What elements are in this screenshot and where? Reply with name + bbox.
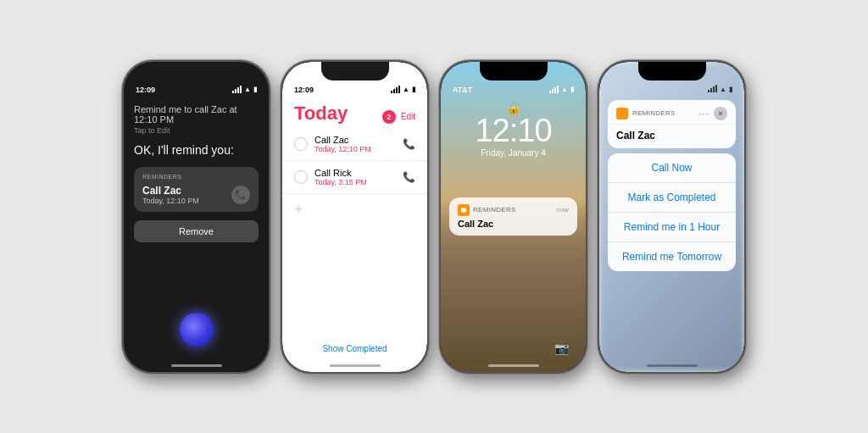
battery-icon: ▮ xyxy=(412,86,415,93)
lock-notif-app-label: REMINDERS xyxy=(473,206,553,214)
actions-notif-right: ··· × xyxy=(698,107,727,120)
reminder-info-0: Call Zac Today, 12:10 PM xyxy=(314,135,403,153)
signal-bar-4 xyxy=(557,86,559,93)
reminder-name-0: Call Zac xyxy=(314,135,403,145)
wifi-icon: ▲ xyxy=(403,86,409,93)
signal-bar-2 xyxy=(393,89,395,93)
siri-card-header: REMINDERS xyxy=(142,174,250,180)
signal-icon xyxy=(232,86,242,93)
actions-status-icons: ▲ ▮ xyxy=(708,86,732,93)
show-completed-button[interactable]: Show Completed xyxy=(322,344,387,353)
signal-bar-3 xyxy=(554,87,556,93)
lock-padlock-icon: 🔓 xyxy=(441,97,586,114)
reminders-title-row: Today 2 Edit xyxy=(294,103,415,125)
reminders-badge-edit: 2 Edit xyxy=(382,110,415,124)
siri-time: 12:09 xyxy=(136,86,155,94)
reminder-time-1: Today, 3:15 PM xyxy=(314,178,403,186)
actions-notification-card: REMINDERS ··· × Call Zac xyxy=(608,100,736,148)
reminders-add-button[interactable]: + xyxy=(282,194,427,225)
reminder-call-0[interactable]: 📞 xyxy=(403,138,415,150)
reminders-status-icons: ▲ ▮ xyxy=(391,86,415,93)
siri-response: OK, I'll remind you: xyxy=(134,143,259,157)
signal-bar-4 xyxy=(398,86,400,93)
actions-notif-header: REMINDERS ··· × xyxy=(608,100,736,125)
signal-bar-4 xyxy=(715,85,717,92)
reminders-time: 12:09 xyxy=(294,86,314,94)
siri-card-item: Call Zac Today, 12:10 PM 📞 xyxy=(142,185,250,205)
actions-close-button[interactable]: × xyxy=(714,107,727,120)
phone-actions: ▲ ▮ REMINDERS ··· × Call Zac xyxy=(598,60,746,374)
action-call-now[interactable]: Call Now xyxy=(608,153,736,183)
signal-icon xyxy=(391,86,400,93)
power-button xyxy=(586,130,587,172)
reminder-call-1[interactable]: 📞 xyxy=(403,171,415,183)
reminders-badge: 2 xyxy=(382,110,396,124)
signal-bar-3 xyxy=(237,87,239,93)
action-mark-completed[interactable]: Mark as Completed xyxy=(608,183,736,213)
notch xyxy=(480,62,548,80)
siri-status-icons: ▲ ▮ xyxy=(232,86,257,93)
lock-notif-title: Call Zac xyxy=(458,219,569,229)
wifi-icon: ▲ xyxy=(244,86,251,93)
reminder-circle-1[interactable] xyxy=(294,170,308,184)
notch xyxy=(163,62,231,80)
actions-notif-app-label: REMINDERS xyxy=(632,109,698,117)
phone-lock: AT&T ▲ ▮ 🔓 12:10 Friday, January 4 xyxy=(439,60,587,374)
action-remind-1hour[interactable]: Remind me in 1 Hour xyxy=(608,213,736,242)
home-indicator xyxy=(330,364,381,367)
battery-icon: ▮ xyxy=(570,86,574,93)
actions-notif-title: Call Zac xyxy=(608,125,736,148)
phone-reminders: 12:09 ▲ ▮ Today xyxy=(281,60,429,374)
reminder-item-0: Call Zac Today, 12:10 PM 📞 xyxy=(282,128,427,161)
power-button xyxy=(269,130,270,172)
signal-bar-2 xyxy=(235,89,236,93)
reminders-edit-button[interactable]: Edit xyxy=(401,112,415,121)
siri-orb xyxy=(180,313,214,347)
reminders-app-icon xyxy=(458,204,470,216)
reminders-app-title: Today xyxy=(294,103,348,125)
actions-notif-app-icon xyxy=(616,108,628,119)
home-indicator xyxy=(171,364,222,367)
home-indicator xyxy=(647,364,698,367)
lock-date: Friday, January 4 xyxy=(441,148,586,158)
reminder-info-1: Call Rick Today, 3:15 PM xyxy=(314,168,403,186)
siri-reminder-time: Today, 12:10 PM xyxy=(142,197,199,205)
reminder-time-0: Today, 12:10 PM xyxy=(314,145,403,153)
siri-query: Remind me to call Zac at 12:10 PM xyxy=(134,104,259,125)
wifi-icon: ▲ xyxy=(720,86,726,93)
actions-list: Call Now Mark as Completed Remind me in … xyxy=(608,153,736,271)
actions-screen: ▲ ▮ REMINDERS ··· × Call Zac xyxy=(599,62,744,372)
actions-notif-more-icon[interactable]: ··· xyxy=(698,108,709,119)
home-indicator xyxy=(488,364,539,367)
reminder-name-1: Call Rick xyxy=(314,168,403,178)
power-button xyxy=(744,130,746,172)
siri-orb-circle xyxy=(180,313,214,347)
reminders-footer: Show Completed xyxy=(282,340,427,355)
camera-icon[interactable]: 📷 xyxy=(554,341,569,355)
reminder-circle-0[interactable] xyxy=(294,137,308,151)
lock-screen: AT&T ▲ ▮ 🔓 12:10 Friday, January 4 xyxy=(441,62,586,372)
siri-tap-to-edit[interactable]: Tap to Edit xyxy=(134,126,259,135)
signal-icon xyxy=(549,86,559,93)
signal-bar-1 xyxy=(232,91,234,93)
lock-notif-time: now xyxy=(556,206,569,214)
siri-card: REMINDERS Call Zac Today, 12:10 PM 📞 xyxy=(134,167,259,212)
siri-reminder-title: Call Zac xyxy=(142,185,199,197)
power-button xyxy=(427,130,429,172)
lock-carrier: AT&T xyxy=(453,86,472,94)
notch xyxy=(638,62,706,80)
phones-container: 12:09 ▲ ▮ Remind me to call Zac at 12:10 xyxy=(105,43,763,391)
signal-bar-4 xyxy=(240,86,242,93)
signal-bar-1 xyxy=(391,91,392,93)
signal-bar-1 xyxy=(549,91,551,93)
battery-icon: ▮ xyxy=(729,86,732,93)
siri-remove-button[interactable]: Remove xyxy=(134,220,259,242)
lock-time: 12:10 xyxy=(441,114,586,147)
lock-notif-header: REMINDERS now xyxy=(458,204,569,216)
signal-bar-2 xyxy=(710,88,712,92)
signal-bar-3 xyxy=(396,87,398,93)
signal-bar-1 xyxy=(708,90,709,92)
lock-notification[interactable]: REMINDERS now Call Zac xyxy=(449,197,577,236)
siri-screen: 12:09 ▲ ▮ Remind me to call Zac at 12:10 xyxy=(124,62,269,372)
action-remind-tomorrow[interactable]: Remind me Tomorrow xyxy=(608,242,736,271)
